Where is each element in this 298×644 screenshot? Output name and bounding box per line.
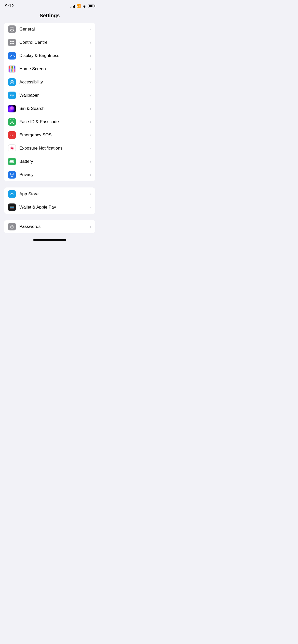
settings-row-control-centre[interactable]: Control Centre ›: [4, 36, 95, 49]
accessibility-chevron: ›: [90, 80, 91, 84]
app-store-chevron: ›: [90, 192, 91, 196]
display-brightness-label: Display & Brightness: [19, 53, 90, 58]
settings-row-general[interactable]: General ›: [4, 23, 95, 36]
svg-text:AA: AA: [10, 54, 15, 58]
settings-row-exposure-notifications[interactable]: Exposure Notifications ›: [4, 142, 95, 155]
privacy-label: Privacy: [19, 172, 90, 177]
svg-rect-13: [12, 43, 14, 44]
svg-line-7: [13, 30, 13, 31]
home-screen-label: Home Screen: [19, 66, 90, 71]
siri-search-chevron: ›: [90, 107, 91, 111]
settings-row-privacy[interactable]: Privacy ›: [4, 168, 95, 181]
control-centre-icon: [8, 39, 16, 46]
exposure-notifications-label: Exposure Notifications: [19, 146, 90, 151]
settings-row-battery[interactable]: Battery ›: [4, 155, 95, 168]
home-indicator: [33, 239, 66, 241]
face-id-chevron: ›: [90, 120, 91, 124]
status-icons: 📶: [70, 4, 94, 8]
display-brightness-icon: AA: [8, 52, 16, 60]
emergency-sos-chevron: ›: [90, 133, 91, 137]
face-id-icon: [8, 118, 16, 126]
general-chevron: ›: [90, 27, 91, 31]
svg-line-9: [10, 30, 11, 31]
settings-row-display-brightness[interactable]: AA Display & Brightness ›: [4, 49, 95, 62]
wallpaper-icon: [8, 92, 16, 99]
passwords-label: Passwords: [19, 224, 90, 229]
svg-rect-11: [12, 41, 14, 42]
face-id-label: Face ID & Passcode: [19, 119, 90, 124]
control-centre-chevron: ›: [90, 40, 91, 45]
svg-line-8: [13, 28, 13, 28]
svg-rect-41: [10, 208, 14, 208]
svg-point-1: [11, 29, 12, 30]
display-brightness-chevron: ›: [90, 54, 91, 58]
battery-settings-icon: [8, 158, 16, 165]
svg-rect-27: [13, 124, 14, 124]
exposure-notifications-icon: [8, 144, 16, 152]
wallet-label: Wallet & Apple Pay: [19, 205, 90, 210]
privacy-chevron: ›: [90, 173, 91, 177]
svg-rect-25: [13, 120, 14, 120]
svg-point-19: [12, 95, 12, 95]
svg-point-16: [11, 81, 12, 82]
passwords-chevron: ›: [90, 225, 91, 229]
settings-row-home-screen[interactable]: Home Screen ›: [4, 62, 95, 76]
settings-row-siri-search[interactable]: Siri & Search ›: [4, 102, 95, 115]
wifi-icon: 📶: [76, 4, 81, 8]
signal-icon: [70, 5, 75, 8]
siri-search-label: Siri & Search: [19, 106, 90, 111]
passwords-icon: [8, 223, 16, 230]
section-passwords: Passwords ›: [4, 220, 95, 233]
accessibility-icon: [8, 78, 16, 86]
svg-rect-35: [10, 161, 13, 163]
svg-point-29: [12, 121, 13, 122]
accessibility-label: Accessibility: [19, 80, 90, 85]
status-time: 9:12: [5, 4, 14, 9]
siri-icon: [8, 105, 16, 112]
settings-row-face-id[interactable]: Face ID & Passcode ›: [4, 115, 95, 128]
battery-chevron: ›: [90, 159, 91, 164]
svg-point-36: [12, 174, 12, 174]
settings-row-wallet[interactable]: Wallet & Apple Pay ›: [4, 201, 95, 214]
general-label: General: [19, 27, 90, 32]
control-centre-label: Control Centre: [19, 40, 90, 45]
home-screen-icon: [8, 65, 16, 73]
wallet-chevron: ›: [90, 205, 91, 209]
emergency-sos-label: Emergency SOS: [19, 133, 90, 138]
section-main: General › Control Centre › AA Display & …: [4, 23, 95, 181]
wifi-icon: [82, 5, 86, 8]
home-screen-chevron: ›: [90, 67, 91, 71]
settings-row-passwords[interactable]: Passwords ›: [4, 220, 95, 233]
svg-text:SOS: SOS: [9, 135, 13, 137]
settings-row-emergency-sos[interactable]: SOS Emergency SOS ›: [4, 128, 95, 142]
wallet-icon: [8, 203, 16, 211]
general-icon: [8, 25, 16, 33]
svg-rect-10: [10, 41, 12, 42]
settings-row-accessibility[interactable]: Accessibility ›: [4, 76, 95, 89]
app-store-label: App Store: [19, 192, 90, 197]
section-store: App Store › Wallet & Apple Pay ›: [4, 187, 95, 214]
privacy-icon: [8, 171, 16, 179]
wallpaper-label: Wallpaper: [19, 93, 90, 98]
svg-point-28: [11, 121, 11, 122]
settings-row-app-store[interactable]: App Store ›: [4, 187, 95, 201]
svg-point-43: [12, 227, 12, 228]
svg-rect-39: [10, 207, 14, 207]
svg-rect-40: [10, 207, 14, 208]
svg-rect-24: [10, 120, 11, 120]
svg-rect-26: [10, 124, 11, 124]
battery-icon: [88, 5, 94, 8]
battery-label: Battery: [19, 159, 90, 164]
svg-line-6: [10, 28, 11, 28]
exposure-notifications-chevron: ›: [90, 146, 91, 150]
svg-rect-12: [10, 43, 12, 44]
wallpaper-chevron: ›: [90, 93, 91, 97]
app-store-icon: [8, 190, 16, 198]
page-title: Settings: [0, 11, 99, 23]
settings-row-wallpaper[interactable]: Wallpaper ›: [4, 89, 95, 102]
svg-point-31: [11, 147, 13, 149]
emergency-sos-icon: SOS: [8, 131, 16, 139]
status-bar: 9:12 📶: [0, 0, 99, 11]
